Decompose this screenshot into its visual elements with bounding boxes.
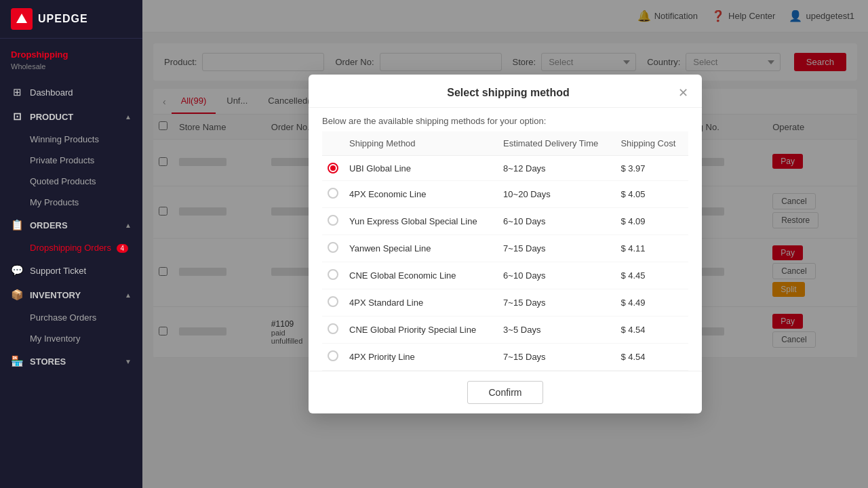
private-products-label: Private Products: [30, 155, 94, 165]
shipping-option-row[interactable]: Yanwen Special Line 7~15 Days $ 4.11: [322, 235, 688, 262]
inventory-section-label: INVENTORY: [30, 290, 81, 300]
product-icon: ⊡: [11, 110, 23, 123]
orders-arrow-icon: ▲: [125, 222, 132, 229]
svg-marker-0: [16, 14, 27, 23]
shipping-option-delivery-2: 6~10 Days: [498, 208, 615, 235]
shipping-option-row[interactable]: 4PX Priority Line 7~15 Days $ 4.54: [322, 344, 688, 371]
shipping-option-radio-2[interactable]: [328, 215, 338, 226]
shipping-option-radio-3[interactable]: [328, 242, 338, 253]
support-ticket-label: Support Ticket: [30, 266, 86, 276]
wholesale-label: Wholesale: [0, 62, 142, 76]
dashboard-label: Dashboard: [30, 87, 73, 98]
shipping-option-cost-6: $ 4.54: [615, 317, 688, 344]
sidebar-group-product[interactable]: ⊡ PRODUCT ▲: [0, 104, 142, 129]
my-products-label: My Products: [30, 197, 79, 207]
shipping-option-row[interactable]: 4PX Standard Line 7~15 Days $ 4.49: [322, 289, 688, 317]
shipping-option-delivery-1: 10~20 Days: [498, 181, 615, 208]
quoted-products-label: Quoted Products: [30, 176, 96, 186]
purchase-orders-label: Purchase Orders: [30, 312, 96, 323]
modal-title: Select shipping method: [338, 87, 678, 99]
shipping-option-row[interactable]: 4PX Economic Line 10~20 Days $ 4.05: [322, 181, 688, 208]
sidebar-group-orders[interactable]: 📋 ORDERS ▲: [0, 213, 142, 237]
shipping-option-cost-4: $ 4.45: [615, 262, 688, 289]
winning-products-label: Winning Products: [30, 134, 99, 144]
inventory-arrow-icon: ▲: [125, 291, 132, 299]
my-inventory-label: My Inventory: [30, 333, 80, 344]
shipping-option-row[interactable]: Yun Express Global Special Line 6~10 Day…: [322, 208, 688, 235]
shipping-method-modal: Select shipping method ✕ Below are the a…: [309, 75, 702, 413]
sidebar: UPEDGE Dropshipping Wholesale ⊞ Dashboar…: [0, 0, 142, 488]
shipping-option-radio-1[interactable]: [328, 188, 338, 199]
dropshipping-orders-badge: 4: [117, 244, 129, 253]
inventory-icon: 📦: [11, 289, 23, 301]
shipping-option-cost-0: $ 3.97: [615, 156, 688, 181]
sidebar-item-purchase-orders[interactable]: Purchase Orders: [0, 307, 142, 328]
shipping-option-delivery-0: 8~12 Days: [498, 156, 615, 181]
product-section-label: PRODUCT: [30, 112, 73, 122]
sidebar-item-dropshipping-orders[interactable]: Dropshipping Orders 4: [0, 237, 142, 258]
shipping-option-delivery-6: 3~5 Days: [498, 317, 615, 344]
logo-text: UPEDGE: [38, 13, 88, 25]
confirm-button[interactable]: Confirm: [467, 381, 542, 404]
shipping-option-cost-5: $ 4.49: [615, 289, 688, 317]
shipping-option-radio-5[interactable]: [328, 296, 338, 307]
sidebar-item-support-ticket[interactable]: 💬 Support Ticket: [0, 258, 142, 283]
shipping-option-delivery-4: 6~10 Days: [498, 262, 615, 289]
sidebar-item-dashboard[interactable]: ⊞ Dashboard: [0, 80, 142, 104]
stores-icon: 🏪: [11, 355, 23, 367]
product-arrow-icon: ▲: [125, 113, 132, 121]
dashboard-icon: ⊞: [11, 86, 23, 98]
shipping-option-cost-1: $ 4.05: [615, 181, 688, 208]
orders-section-label: ORDERS: [30, 220, 68, 230]
shipping-option-name-4: CNE Global Economic Line: [344, 262, 498, 289]
modal-body: Shipping Method Estimated Delivery Time …: [309, 131, 702, 371]
shipping-option-name-0: UBI Global Line: [344, 156, 498, 181]
th-select: [322, 131, 344, 156]
shipping-option-delivery-3: 7~15 Days: [498, 235, 615, 262]
shipping-option-radio-0[interactable]: [328, 163, 338, 174]
sidebar-group-stores[interactable]: 🏪 STORES ▼: [0, 349, 142, 373]
shipping-option-name-5: 4PX Standard Line: [344, 289, 498, 317]
th-delivery-time: Estimated Delivery Time: [498, 131, 615, 156]
modal-header: Select shipping method ✕: [309, 75, 702, 108]
shipping-option-radio-7[interactable]: [328, 350, 338, 361]
stores-arrow-icon: ▼: [125, 358, 132, 365]
shipping-option-name-3: Yanwen Special Line: [344, 235, 498, 262]
shipping-option-row[interactable]: CNE Global Economic Line 6~10 Days $ 4.4…: [322, 262, 688, 289]
dropshipping-label: Dropshipping: [0, 43, 142, 62]
modal-footer: Confirm: [309, 371, 702, 413]
shipping-option-delivery-5: 7~15 Days: [498, 289, 615, 317]
modal-close-button[interactable]: ✕: [678, 87, 688, 99]
stores-section-label: STORES: [30, 357, 66, 367]
sidebar-logo: UPEDGE: [0, 0, 142, 39]
shipping-option-name-2: Yun Express Global Special Line: [344, 208, 498, 235]
modal-subtitle: Below are the available shipping methods…: [309, 108, 702, 131]
dropshipping-orders-label: Dropshipping Orders: [30, 243, 111, 253]
support-icon: 💬: [11, 264, 23, 277]
shipping-option-row[interactable]: CNE Global Priority Special Line 3~5 Day…: [322, 317, 688, 344]
shipping-option-radio-4[interactable]: [328, 269, 338, 280]
shipping-option-name-7: 4PX Priority Line: [344, 344, 498, 371]
orders-icon: 📋: [11, 219, 23, 231]
sidebar-item-winning-products[interactable]: Winning Products: [0, 129, 142, 150]
modal-overlay: Select shipping method ✕ Below are the a…: [142, 0, 868, 488]
shipping-option-delivery-7: 7~15 Days: [498, 344, 615, 371]
th-shipping-cost: Shipping Cost: [615, 131, 688, 156]
logo-icon: [11, 8, 33, 30]
th-shipping-method: Shipping Method: [344, 131, 498, 156]
shipping-option-name-6: CNE Global Priority Special Line: [344, 317, 498, 344]
shipping-option-name-1: 4PX Economic Line: [344, 181, 498, 208]
sidebar-item-quoted-products[interactable]: Quoted Products: [0, 171, 142, 192]
shipping-option-cost-3: $ 4.11: [615, 235, 688, 262]
shipping-option-radio-6[interactable]: [328, 323, 338, 334]
shipping-option-row[interactable]: UBI Global Line 8~12 Days $ 3.97: [322, 156, 688, 181]
shipping-option-cost-2: $ 4.09: [615, 208, 688, 235]
main-content: 🔔 Notification ❓ Help Center 👤 upedgetes…: [142, 0, 868, 488]
sidebar-group-inventory[interactable]: 📦 INVENTORY ▲: [0, 283, 142, 307]
sidebar-item-my-products[interactable]: My Products: [0, 192, 142, 213]
shipping-option-cost-7: $ 4.54: [615, 344, 688, 371]
sidebar-item-private-products[interactable]: Private Products: [0, 150, 142, 171]
sidebar-item-my-inventory[interactable]: My Inventory: [0, 328, 142, 349]
